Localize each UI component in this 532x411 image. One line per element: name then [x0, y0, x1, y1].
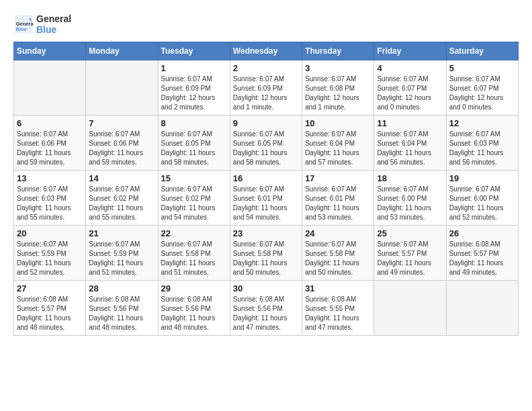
svg-text:Blue: Blue: [16, 26, 27, 32]
day-number: 3: [305, 63, 371, 73]
calendar-cell: 1Sunrise: 6:07 AMSunset: 6:09 PMDaylight…: [158, 60, 230, 116]
day-info: Sunrise: 6:08 AMSunset: 5:57 PMDaylight:…: [449, 240, 515, 277]
day-number: 28: [89, 283, 154, 293]
calendar-cell: 20Sunrise: 6:07 AMSunset: 5:59 PMDayligh…: [14, 226, 86, 281]
day-number: 21: [89, 228, 154, 238]
day-number: 9: [233, 118, 299, 128]
day-number: 8: [161, 118, 227, 128]
day-info: Sunrise: 6:08 AMSunset: 5:57 PMDaylight:…: [17, 295, 83, 332]
day-number: 13: [17, 173, 83, 183]
day-info: Sunrise: 6:07 AMSunset: 6:00 PMDaylight:…: [449, 185, 515, 222]
day-info: Sunrise: 6:08 AMSunset: 5:56 PMDaylight:…: [89, 295, 154, 332]
day-info: Sunrise: 6:07 AMSunset: 6:06 PMDaylight:…: [89, 130, 154, 167]
day-info: Sunrise: 6:07 AMSunset: 6:08 PMDaylight:…: [305, 75, 371, 112]
calendar-cell: 30Sunrise: 6:08 AMSunset: 5:56 PMDayligh…: [230, 281, 302, 336]
calendar-cell: 15Sunrise: 6:07 AMSunset: 6:02 PMDayligh…: [158, 171, 230, 226]
logo: General Blue General Blue: [13, 13, 71, 35]
day-info: Sunrise: 6:07 AMSunset: 5:59 PMDaylight:…: [89, 240, 154, 277]
calendar-cell: 26Sunrise: 6:08 AMSunset: 5:57 PMDayligh…: [446, 226, 518, 281]
calendar-cell: 9Sunrise: 6:07 AMSunset: 6:05 PMDaylight…: [230, 116, 302, 171]
calendar-cell: 31Sunrise: 6:08 AMSunset: 5:55 PMDayligh…: [302, 281, 374, 336]
day-info: Sunrise: 6:07 AMSunset: 6:01 PMDaylight:…: [305, 185, 371, 222]
calendar-cell: 19Sunrise: 6:07 AMSunset: 6:00 PMDayligh…: [446, 171, 518, 226]
day-number: 2: [233, 63, 299, 73]
column-header-thursday: Thursday: [302, 42, 374, 60]
day-info: Sunrise: 6:07 AMSunset: 5:58 PMDaylight:…: [305, 240, 371, 277]
day-info: Sunrise: 6:07 AMSunset: 6:05 PMDaylight:…: [161, 130, 227, 167]
column-header-sunday: Sunday: [14, 42, 86, 60]
day-info: Sunrise: 6:07 AMSunset: 6:06 PMDaylight:…: [17, 130, 83, 167]
calendar-cell: 4Sunrise: 6:07 AMSunset: 6:07 PMDaylight…: [374, 60, 446, 116]
calendar-cell: 5Sunrise: 6:07 AMSunset: 6:07 PMDaylight…: [446, 60, 518, 116]
calendar-cell: [86, 60, 158, 116]
calendar-cell: 13Sunrise: 6:07 AMSunset: 6:03 PMDayligh…: [14, 171, 86, 226]
calendar-week-1: 1Sunrise: 6:07 AMSunset: 6:09 PMDaylight…: [14, 60, 519, 116]
day-info: Sunrise: 6:07 AMSunset: 6:07 PMDaylight:…: [449, 75, 515, 112]
day-number: 14: [89, 173, 154, 183]
calendar-cell: [374, 281, 446, 336]
day-info: Sunrise: 6:07 AMSunset: 6:04 PMDaylight:…: [305, 130, 371, 167]
calendar-table: SundayMondayTuesdayWednesdayThursdayFrid…: [13, 42, 519, 336]
day-info: Sunrise: 6:07 AMSunset: 6:03 PMDaylight:…: [17, 185, 83, 222]
column-header-saturday: Saturday: [446, 42, 518, 60]
calendar-cell: 23Sunrise: 6:07 AMSunset: 5:58 PMDayligh…: [230, 226, 302, 281]
day-info: Sunrise: 6:07 AMSunset: 5:58 PMDaylight:…: [233, 240, 299, 277]
day-number: 16: [233, 173, 299, 183]
day-number: 29: [161, 283, 227, 293]
calendar-cell: 22Sunrise: 6:07 AMSunset: 5:58 PMDayligh…: [158, 226, 230, 281]
day-info: Sunrise: 6:07 AMSunset: 6:03 PMDaylight:…: [449, 130, 515, 167]
day-info: Sunrise: 6:08 AMSunset: 5:56 PMDaylight:…: [233, 295, 299, 332]
day-number: 17: [305, 173, 371, 183]
calendar-cell: 17Sunrise: 6:07 AMSunset: 6:01 PMDayligh…: [302, 171, 374, 226]
day-info: Sunrise: 6:07 AMSunset: 6:09 PMDaylight:…: [233, 75, 299, 112]
day-number: 27: [17, 283, 83, 293]
calendar-cell: 29Sunrise: 6:08 AMSunset: 5:56 PMDayligh…: [158, 281, 230, 336]
day-number: 10: [305, 118, 371, 128]
calendar-cell: [14, 60, 86, 116]
calendar-cell: 28Sunrise: 6:08 AMSunset: 5:56 PMDayligh…: [86, 281, 158, 336]
calendar-cell: 16Sunrise: 6:07 AMSunset: 6:01 PMDayligh…: [230, 171, 302, 226]
day-number: 31: [305, 283, 371, 293]
day-number: 15: [161, 173, 227, 183]
calendar-cell: 18Sunrise: 6:07 AMSunset: 6:00 PMDayligh…: [374, 171, 446, 226]
calendar-cell: 2Sunrise: 6:07 AMSunset: 6:09 PMDaylight…: [230, 60, 302, 116]
calendar-cell: 11Sunrise: 6:07 AMSunset: 6:04 PMDayligh…: [374, 116, 446, 171]
day-info: Sunrise: 6:07 AMSunset: 6:05 PMDaylight:…: [233, 130, 299, 167]
day-info: Sunrise: 6:08 AMSunset: 5:56 PMDaylight:…: [161, 295, 227, 332]
column-header-wednesday: Wednesday: [230, 42, 302, 60]
day-info: Sunrise: 6:07 AMSunset: 5:58 PMDaylight:…: [161, 240, 227, 277]
day-number: 25: [377, 228, 443, 238]
day-info: Sunrise: 6:07 AMSunset: 6:01 PMDaylight:…: [233, 185, 299, 222]
calendar-cell: 27Sunrise: 6:08 AMSunset: 5:57 PMDayligh…: [14, 281, 86, 336]
calendar-cell: 3Sunrise: 6:07 AMSunset: 6:08 PMDaylight…: [302, 60, 374, 116]
column-header-friday: Friday: [374, 42, 446, 60]
day-number: 1: [161, 63, 227, 73]
day-number: 19: [449, 173, 515, 183]
calendar-cell: 12Sunrise: 6:07 AMSunset: 6:03 PMDayligh…: [446, 116, 518, 171]
calendar-cell: 6Sunrise: 6:07 AMSunset: 6:06 PMDaylight…: [14, 116, 86, 171]
logo-general-text: General: [36, 13, 71, 24]
day-info: Sunrise: 6:07 AMSunset: 6:02 PMDaylight:…: [161, 185, 227, 222]
day-number: 11: [377, 118, 443, 128]
day-number: 30: [233, 283, 299, 293]
logo-blue-text: Blue: [36, 24, 71, 35]
calendar-cell: 8Sunrise: 6:07 AMSunset: 6:05 PMDaylight…: [158, 116, 230, 171]
calendar-cell: 7Sunrise: 6:07 AMSunset: 6:06 PMDaylight…: [86, 116, 158, 171]
calendar-cell: 10Sunrise: 6:07 AMSunset: 6:04 PMDayligh…: [302, 116, 374, 171]
calendar-cell: 25Sunrise: 6:07 AMSunset: 5:57 PMDayligh…: [374, 226, 446, 281]
calendar-cell: 24Sunrise: 6:07 AMSunset: 5:58 PMDayligh…: [302, 226, 374, 281]
calendar-week-3: 13Sunrise: 6:07 AMSunset: 6:03 PMDayligh…: [14, 171, 519, 226]
calendar-week-4: 20Sunrise: 6:07 AMSunset: 5:59 PMDayligh…: [14, 226, 519, 281]
day-info: Sunrise: 6:07 AMSunset: 6:09 PMDaylight:…: [161, 75, 227, 112]
calendar-cell: [446, 281, 518, 336]
day-number: 26: [449, 228, 515, 238]
day-number: 7: [89, 118, 154, 128]
calendar-week-5: 27Sunrise: 6:08 AMSunset: 5:57 PMDayligh…: [14, 281, 519, 336]
logo-icon: General Blue: [13, 14, 34, 34]
day-info: Sunrise: 6:07 AMSunset: 6:00 PMDaylight:…: [377, 185, 443, 222]
day-info: Sunrise: 6:07 AMSunset: 5:57 PMDaylight:…: [377, 240, 443, 277]
day-info: Sunrise: 6:07 AMSunset: 6:04 PMDaylight:…: [377, 130, 443, 167]
day-number: 6: [17, 118, 83, 128]
day-info: Sunrise: 6:07 AMSunset: 6:07 PMDaylight:…: [377, 75, 443, 112]
day-number: 18: [377, 173, 443, 183]
